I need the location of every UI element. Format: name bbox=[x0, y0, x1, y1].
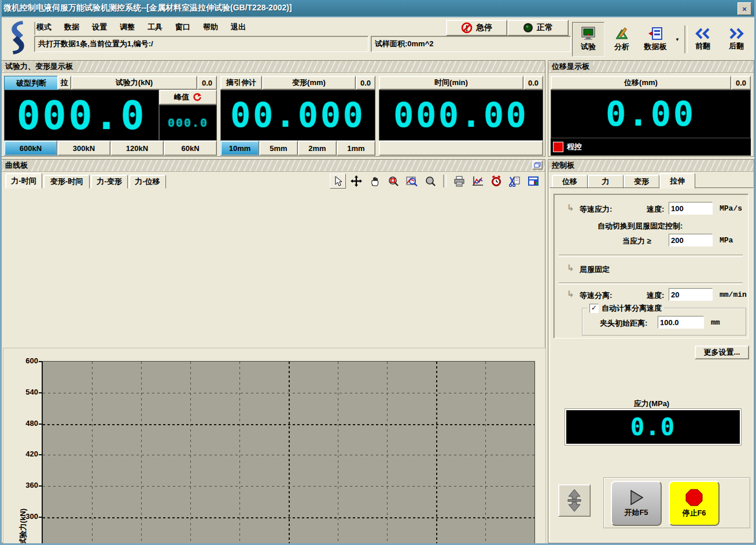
tab-deform-time[interactable]: 变形-时间 bbox=[43, 175, 90, 189]
zoom-box-tool[interactable] bbox=[385, 174, 401, 189]
deform-range-10mm[interactable]: 10mm bbox=[220, 141, 259, 156]
tab-force-time[interactable]: 力-时间 bbox=[5, 173, 42, 189]
break-judge-button[interactable]: 破型判断 bbox=[4, 76, 58, 91]
force-range-300kn[interactable]: 300kN bbox=[57, 141, 110, 156]
tension-settings-box: ↳ 等速应力: 速度: MPa/s 自动切换到屈服固定控制: 当应力 ≥ MPa… bbox=[554, 194, 748, 338]
stop-octagon-icon bbox=[684, 489, 704, 506]
emergency-stop-button[interactable]: ! 急停 bbox=[446, 20, 507, 36]
peak-button[interactable]: 峰值 bbox=[159, 90, 217, 105]
status-specimen-area: 试样面积:0mm^2 bbox=[371, 36, 571, 52]
normal-status-button[interactable]: 正常 bbox=[507, 20, 569, 36]
select-cursor-tool[interactable] bbox=[330, 174, 346, 189]
displacement-header-button[interactable]: 位移(mm) bbox=[551, 76, 731, 90]
menu-data[interactable]: 数据 bbox=[63, 21, 80, 34]
toolbar-test-button[interactable]: 试验 bbox=[572, 22, 604, 57]
const-sep-input[interactable] bbox=[669, 288, 713, 301]
pull-mode-button[interactable]: 拉 bbox=[57, 76, 71, 90]
force-range-120kn[interactable]: 120kN bbox=[110, 141, 164, 156]
force-header-button[interactable]: 试验力(kN) bbox=[71, 76, 197, 90]
deform-range-2mm[interactable]: 2mm bbox=[298, 141, 337, 156]
menu-window[interactable]: 窗口 bbox=[174, 21, 191, 34]
stop-button[interactable]: 停止F6 bbox=[669, 481, 720, 526]
compare-curves-tool[interactable] bbox=[470, 174, 486, 189]
timer-tool[interactable] bbox=[488, 174, 504, 189]
speed-label: 速度: bbox=[647, 204, 664, 215]
grip-distance-label: 夹头初始距离: bbox=[600, 318, 647, 329]
auto-calc-checkbox[interactable] bbox=[589, 304, 599, 313]
datapad-dropdown-arrow[interactable]: ▼ bbox=[674, 35, 681, 44]
axis-tick bbox=[39, 454, 42, 455]
menu-settings[interactable]: 设置 bbox=[91, 21, 108, 34]
curve-panel-restore-button[interactable] bbox=[532, 160, 543, 170]
axis-tick bbox=[39, 361, 42, 362]
peak-reset-icon bbox=[193, 93, 202, 102]
extensometer-remove-button[interactable]: 摘引伸计 bbox=[220, 76, 262, 90]
force-range-60kn[interactable]: 60kN bbox=[164, 141, 217, 156]
plot-area[interactable] bbox=[42, 361, 535, 545]
data-panel-tool[interactable] bbox=[525, 174, 541, 189]
force-value-display: 000.0 bbox=[4, 90, 159, 141]
move-tool[interactable] bbox=[348, 174, 364, 189]
program-control-row: 程控 bbox=[551, 138, 751, 156]
ctl-tab-displacement[interactable]: 位移 bbox=[552, 175, 588, 189]
divider bbox=[559, 255, 743, 257]
gridline bbox=[436, 362, 437, 545]
chart-area[interactable]: 试验力(kN) 时间(s) 06012018024030036042048054… bbox=[3, 348, 546, 545]
separator bbox=[443, 175, 447, 187]
toolbar-analyze-button[interactable]: 分析 bbox=[606, 22, 638, 57]
status-open-info: 共打开数据1条,当前位置为1,编号:/ bbox=[34, 36, 368, 52]
grip-distance-unit: mm bbox=[711, 318, 720, 327]
zoom-curve-tool[interactable] bbox=[404, 174, 420, 189]
more-settings-button[interactable]: 更多设置... bbox=[695, 345, 749, 359]
print-tool[interactable] bbox=[451, 174, 467, 189]
hook-arrow-icon: ↳ bbox=[567, 202, 574, 213]
grip-distance-input[interactable] bbox=[658, 316, 704, 329]
deform-header-button[interactable]: 变形(mm) bbox=[262, 76, 356, 90]
tab-force-displacement[interactable]: 力-位移 bbox=[129, 175, 166, 189]
play-icon bbox=[628, 489, 645, 506]
menu-exit[interactable]: 退出 bbox=[230, 21, 247, 34]
program-control-label: 程控 bbox=[567, 142, 582, 152]
displacement-value-display: 0.00 bbox=[551, 90, 751, 138]
force-range-600kn[interactable]: 600kN bbox=[4, 141, 57, 156]
menu-bar: 模式 数据 设置 调整 工具 窗口 帮助 退出 bbox=[35, 21, 247, 34]
menu-help[interactable]: 帮助 bbox=[202, 21, 219, 34]
gridline bbox=[239, 362, 240, 545]
ctl-tab-tension[interactable]: 拉伸 bbox=[659, 173, 695, 189]
emergency-stop-icon: ! bbox=[461, 22, 473, 34]
axis-tick: 360 bbox=[13, 481, 38, 489]
menu-tools[interactable]: 工具 bbox=[146, 21, 164, 34]
axis-tick: 480 bbox=[13, 419, 38, 428]
monitor-icon bbox=[581, 27, 596, 40]
force-display-panel: 试验力、变形显示板 破型判断 拉 试验力(kN) 0.0 000.0 峰值 00… bbox=[1, 60, 545, 157]
start-button[interactable]: 开始F5 bbox=[611, 481, 662, 526]
gridline bbox=[485, 362, 486, 545]
copy-curve-tool[interactable] bbox=[507, 174, 523, 189]
title-bar: 微机控制电液伺服万能试验机测控系统--[金属材料室温拉伸试验(GB/T228-2… bbox=[0, 0, 756, 17]
axis-tick bbox=[39, 392, 42, 393]
ctl-tab-deform[interactable]: 变形 bbox=[624, 175, 659, 189]
cascade-windows-icon bbox=[534, 162, 541, 168]
const-stress-unit: MPa/s bbox=[720, 204, 742, 213]
tab-force-deform[interactable]: 力-变形 bbox=[91, 175, 128, 189]
when-stress-input[interactable] bbox=[669, 234, 713, 246]
crosshead-jog-button[interactable] bbox=[558, 484, 591, 517]
toolbar-next-page-button[interactable]: 后翻 bbox=[720, 22, 753, 57]
const-stress-input[interactable] bbox=[669, 202, 713, 215]
curve-panel-header: 曲线板 bbox=[2, 160, 545, 172]
time-header-button[interactable]: 时间(min) bbox=[379, 76, 523, 90]
deform-range-1mm[interactable]: 1mm bbox=[337, 141, 375, 156]
close-button[interactable]: × bbox=[737, 2, 751, 15]
toolbar-datapad-button[interactable]: 数据板 bbox=[637, 22, 674, 57]
deform-range-5mm[interactable]: 5mm bbox=[259, 141, 298, 156]
menu-mode[interactable]: 模式 bbox=[35, 21, 53, 34]
zoom-out-tool[interactable] bbox=[422, 174, 438, 189]
ctl-tab-force[interactable]: 力 bbox=[588, 175, 624, 189]
displacement-panel: 位移显示板 位移(mm) 0.0 0.00 程控 bbox=[548, 60, 754, 157]
gridline bbox=[141, 362, 142, 545]
menu-adjust[interactable]: 调整 bbox=[119, 21, 136, 34]
toolbar-prev-page-button[interactable]: 前翻 bbox=[687, 22, 719, 57]
pan-hand-tool[interactable] bbox=[367, 174, 383, 189]
program-control-indicator bbox=[553, 142, 563, 152]
toolbar: 模式 数据 设置 调整 工具 窗口 帮助 退出 共打开数据1条,当前位置为1,编… bbox=[2, 19, 754, 59]
